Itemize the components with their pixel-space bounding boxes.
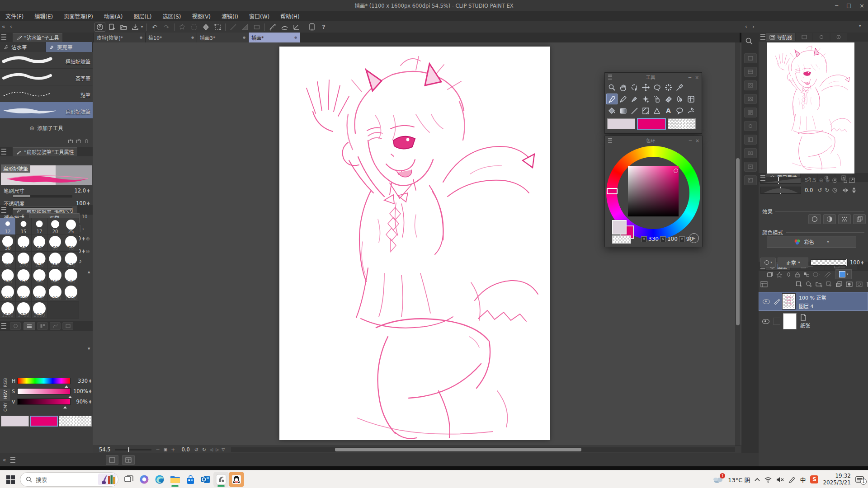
selection-tool-icon[interactable]	[651, 82, 663, 93]
sv-selector[interactable]	[674, 169, 678, 173]
brush-size-cell[interactable]: 1700	[16, 302, 32, 319]
workspace-layout-button[interactable]	[106, 455, 118, 465]
delete-subtool-icon[interactable]	[84, 138, 89, 144]
nav-flip-vertical-icon[interactable]	[851, 187, 857, 193]
layer-thumbnail[interactable]	[783, 313, 797, 329]
delete-layer-icon[interactable]	[866, 281, 868, 287]
nav-rotate-left-icon[interactable]: ↺	[817, 187, 822, 193]
window-arrange-button[interactable]	[122, 455, 135, 465]
move-tool-icon[interactable]	[640, 82, 651, 93]
hand-tool-icon[interactable]	[618, 82, 629, 93]
subtool-item[interactable]: 簽字筆	[0, 69, 93, 85]
menu-file[interactable]: 文件(F)	[0, 10, 29, 22]
start-button[interactable]	[3, 472, 18, 487]
layer-list-view-icon[interactable]	[760, 281, 768, 287]
open-file-icon[interactable]	[118, 23, 129, 32]
panel-menu-icon[interactable]	[1, 207, 6, 213]
reference-layer-icon[interactable]	[776, 272, 783, 277]
brush-size-cell[interactable]: 20	[47, 218, 63, 235]
grid-scroll-down-icon[interactable]: ▼	[88, 347, 90, 351]
tab-animation-icon[interactable]	[801, 174, 817, 182]
brush-size-cell[interactable]: 300	[32, 268, 47, 285]
subtool-group-tab-marker[interactable]: 麥克筆	[46, 42, 93, 52]
edge-icon[interactable]	[152, 472, 167, 487]
export-subtool-icon[interactable]	[76, 138, 81, 144]
clock[interactable]: 19:32 2025/3/21	[823, 473, 851, 486]
pencil-tool-icon[interactable]	[618, 94, 629, 104]
brush-size-cell[interactable]: 170	[63, 252, 79, 268]
snap-ruler-icon[interactable]	[267, 23, 278, 32]
subtool-item[interactable]: 極細記號筆	[0, 52, 93, 69]
close-panel-icon[interactable]: ×	[695, 75, 699, 80]
collapsed-panel-icon[interactable]	[744, 135, 757, 145]
blend-tool-icon[interactable]	[674, 94, 685, 104]
clip-studio-paint-icon[interactable]	[213, 472, 229, 487]
brush-size-cell[interactable]: 600	[0, 285, 16, 302]
text-tool-icon[interactable]: A	[663, 105, 674, 116]
brush-size-cell[interactable]: 150	[47, 252, 63, 268]
minimize-button[interactable]: ─	[835, 2, 838, 9]
gradient-shape-icon[interactable]	[240, 23, 250, 32]
reset-rotation-icon[interactable]: ◁	[210, 447, 213, 452]
panel-menu-icon[interactable]	[760, 175, 765, 181]
airbrush-tool-icon[interactable]	[651, 94, 663, 104]
add-subtool-button[interactable]: ⊕添加子工具	[0, 119, 93, 137]
subtool-panel-header[interactable]: “沾水筆”子工具	[0, 33, 93, 42]
menu-layer[interactable]: 图层(L)	[128, 10, 157, 22]
thickness-dynamics-icon[interactable]: ◎	[86, 236, 90, 241]
panel-menu-icon[interactable]	[1, 149, 6, 155]
select-again-icon[interactable]	[189, 23, 199, 32]
new-vector-layer-icon[interactable]	[806, 281, 812, 287]
new-raster-layer-icon[interactable]	[796, 281, 802, 287]
quick-access-magnifier-icon[interactable]	[745, 37, 753, 45]
mixing-tab-icon[interactable]	[50, 322, 61, 330]
weather-icon[interactable]: 1	[712, 475, 723, 483]
csp-logo-icon[interactable]	[94, 23, 105, 32]
weather-text[interactable]: 13°C 阴	[728, 475, 750, 484]
dock-prev-icon[interactable]: ‹	[745, 23, 747, 30]
brush-size-cell[interactable]: 60	[47, 235, 63, 252]
prop-row-opacity[interactable]: 不透明度 100▲▼	[4, 200, 90, 207]
decoration-tool-icon[interactable]	[640, 94, 651, 104]
brush-size-cell[interactable]: 15	[16, 218, 32, 235]
brush-size-cell-selected[interactable]: 12	[0, 218, 16, 235]
main-color-swatch-selected[interactable]	[30, 416, 58, 427]
collapsed-panel-icon[interactable]	[744, 53, 757, 63]
navigator-zoom-slider[interactable]	[760, 177, 801, 184]
brush-size-cell[interactable]: 100	[16, 252, 32, 268]
colorslider-panel-header[interactable]	[0, 321, 93, 331]
brush-size-cell[interactable]: 250	[16, 268, 32, 285]
transparent-color-swatch[interactable]	[59, 416, 92, 427]
brush-size-cell[interactable]: 50	[32, 235, 47, 252]
hue-ring-marker[interactable]	[607, 188, 618, 194]
brush-size-cell[interactable]: 17	[32, 218, 47, 235]
file-explorer-icon[interactable]	[167, 472, 183, 487]
layer-reflect-icon[interactable]	[853, 214, 866, 224]
menu-selection[interactable]: 选区(S)	[157, 10, 186, 22]
collapse-bottom-icon[interactable]: «	[3, 457, 6, 463]
panel-menu-icon[interactable]	[608, 75, 612, 79]
brush-size-cell[interactable]: 1200	[63, 285, 79, 302]
tab-tone-icon[interactable]	[818, 174, 835, 182]
rotate-right-icon[interactable]: ↻	[202, 447, 206, 453]
rgb-tab[interactable]: RGB	[0, 377, 10, 389]
collapsed-panel-icon[interactable]	[744, 108, 757, 117]
brush-size-cell[interactable]: 400	[47, 268, 63, 285]
help-icon[interactable]: ?	[318, 23, 329, 32]
value-slider[interactable]	[17, 399, 71, 405]
minimize-panel-icon[interactable]: ─	[689, 75, 691, 80]
collapsed-panel-icon[interactable]	[744, 121, 757, 131]
bottom-menu-icon[interactable]	[10, 457, 15, 463]
brush-size-cell[interactable]: 30	[0, 235, 16, 252]
hardness-expand-icon[interactable]: ›	[82, 226, 84, 231]
brush-size-cell[interactable]: 120	[32, 252, 47, 268]
dock-menu-icon[interactable]: ▾	[859, 23, 861, 28]
menu-page[interactable]: 页面管理(P)	[58, 10, 99, 22]
colorset-tab-icon[interactable]	[37, 322, 48, 330]
brush-size-cell[interactable]: 40	[16, 235, 32, 252]
wheel-mode-toggle-icon[interactable]: ▶	[689, 233, 699, 243]
fill-icon[interactable]	[200, 23, 211, 32]
hue-slider[interactable]	[17, 378, 71, 384]
ime-indicator[interactable]: 中	[800, 475, 806, 484]
layer-visibility-icon[interactable]	[763, 299, 770, 304]
